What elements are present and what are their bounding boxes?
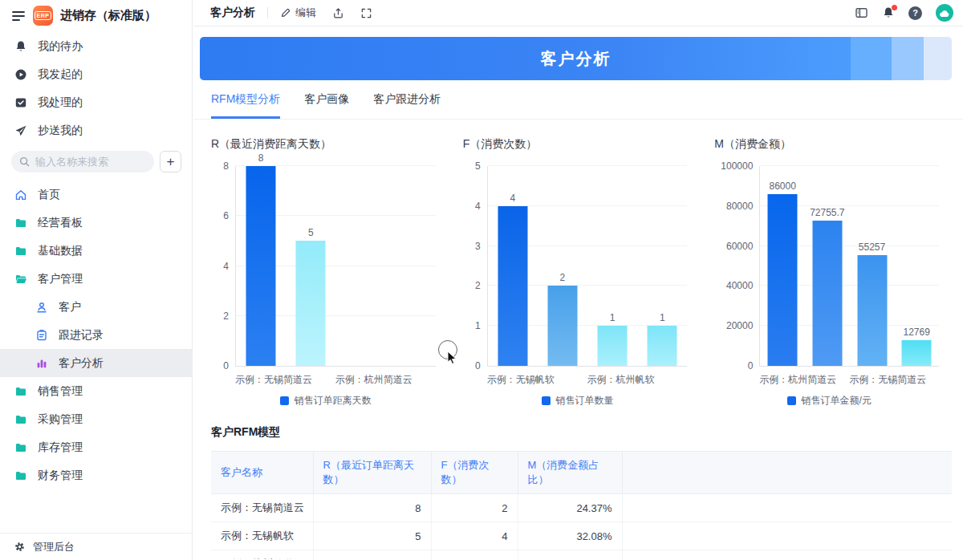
- bar[interactable]: [498, 206, 527, 366]
- cell-customer-name: 示例：无锡帆软: [211, 522, 313, 550]
- cell-r-value: -: [313, 550, 431, 560]
- user-icon: [35, 301, 48, 314]
- sidebar-item-my-processed[interactable]: 我处理的: [0, 88, 192, 116]
- x-axis-label: 示例：无锡简道云: [235, 373, 312, 386]
- sidebar-item-base-data[interactable]: 基础数据: [0, 237, 192, 265]
- cell-r-value: 8: [313, 494, 431, 522]
- x-axis-label: 示例：杭州简道云: [335, 373, 412, 386]
- help-icon[interactable]: ?: [908, 6, 922, 20]
- sidebar-item-finance-management[interactable]: 财务管理: [0, 461, 192, 489]
- legend-swatch: [787, 396, 796, 405]
- chart-legend[interactable]: 销售订单距离天数: [211, 396, 441, 406]
- sidebar-item-label: 我发起的: [38, 67, 83, 82]
- sidebar-item-business-dashboard[interactable]: 经营看板: [0, 209, 192, 237]
- search-row: 输入名称来搜索 +: [11, 151, 181, 172]
- fullscreen-icon: [360, 7, 372, 19]
- bar-slot: [335, 166, 385, 366]
- cell-filler: [622, 494, 952, 522]
- bar[interactable]: [246, 166, 276, 366]
- sidebar-item-customers[interactable]: 客户: [0, 293, 192, 321]
- bars: 4211: [488, 166, 688, 366]
- sidebar-item-label: 财务管理: [38, 469, 83, 483]
- sidebar-item-sales-management[interactable]: 销售管理: [0, 377, 192, 405]
- notifications-bell-icon[interactable]: [882, 6, 895, 19]
- y-axis-tick-label: 80000: [726, 201, 753, 211]
- x-axis-label: [836, 373, 849, 386]
- sidebar-item-customer-management[interactable]: 客户管理: [0, 265, 192, 293]
- chart-legend[interactable]: 销售订单数量: [463, 396, 693, 406]
- bar[interactable]: [857, 255, 887, 366]
- bar[interactable]: [648, 326, 677, 366]
- edit-button[interactable]: 编辑: [280, 6, 316, 20]
- bar[interactable]: [598, 326, 628, 366]
- sidebar-item-customer-analysis[interactable]: 客户分析: [0, 349, 192, 377]
- sidebar-item-inventory-management[interactable]: 库存管理: [0, 433, 192, 461]
- search-input[interactable]: 输入名称来搜索: [11, 151, 154, 172]
- chart-plot: 0200004000060000800001000008600072755.75…: [759, 166, 939, 367]
- hamburger-menu-icon[interactable]: [11, 10, 26, 22]
- bar-slot: 4: [488, 166, 538, 366]
- bar[interactable]: [768, 194, 798, 366]
- sidebar-item-home[interactable]: 首页: [0, 181, 192, 209]
- sidebar-item-my-initiated[interactable]: 我发起的: [0, 60, 192, 88]
- bar[interactable]: [547, 286, 577, 366]
- sidebar-item-label: 采购管理: [38, 412, 83, 427]
- bar[interactable]: [812, 221, 842, 366]
- app-title: 进销存（标准版）: [60, 8, 156, 23]
- tab-rfm-analysis[interactable]: RFM模型分析: [211, 80, 280, 119]
- table-title: 客户RFM模型: [211, 425, 952, 440]
- bar-value-label: 72755.7: [810, 208, 844, 217]
- legend-label: 销售订单金额/元: [802, 394, 872, 408]
- nav-list: 首页 经营看板 基础数据 客户管理 客户 跟进记录 客户分析 销售管理: [0, 181, 192, 489]
- bar-slot: [386, 166, 436, 366]
- sidebar-item-my-todo[interactable]: 我的待办: [0, 32, 192, 60]
- cell-f-value: 2: [431, 494, 518, 522]
- tab-followup-analysis[interactable]: 客户跟进分析: [373, 80, 441, 119]
- bar-slot: 72755.7: [805, 166, 850, 366]
- sidebar-item-followup-records[interactable]: 跟进记录: [0, 321, 192, 349]
- share-icon: [332, 7, 344, 19]
- bar-slot: 8: [236, 166, 286, 366]
- y-axis-tick-label: 60000: [726, 241, 753, 251]
- sidebar-item-label: 基础数据: [38, 244, 83, 258]
- bar-value-label: 2: [560, 273, 566, 282]
- table-row: 示例：无锡简道云 8 2 24.37%: [211, 494, 952, 522]
- cell-f-value: 1: [431, 550, 518, 560]
- share-button[interactable]: [332, 7, 344, 19]
- chart-legend[interactable]: 销售订单金额/元: [714, 396, 944, 406]
- cell-f-value: 4: [431, 522, 518, 550]
- tab-customer-portrait[interactable]: 客户画像: [304, 80, 349, 119]
- search-icon: [19, 156, 30, 167]
- folder-open-icon: [14, 273, 27, 286]
- avatar[interactable]: [936, 4, 953, 22]
- bars: 8600072755.75525712769: [760, 166, 939, 366]
- chart-xlabels: 示例：杭州简道云示例：无锡简道云: [759, 373, 939, 386]
- sidebar-item-cc-to-me[interactable]: 抄送我的: [0, 116, 192, 144]
- y-axis-tick-label: 2: [223, 311, 229, 321]
- admin-console-button[interactable]: 管理后台: [0, 533, 192, 560]
- chart-title: R（最近消费距离天数）: [211, 137, 441, 152]
- main-area: 客户分析 编辑 ? 客户分析 RFM模型分析: [193, 0, 963, 560]
- x-axis-label: [926, 373, 939, 386]
- fullscreen-button[interactable]: [360, 7, 372, 19]
- column-header: M（消费金额占比）: [518, 452, 622, 494]
- sidebar-item-purchase-management[interactable]: 采购管理: [0, 405, 192, 433]
- x-axis-label: 示例：杭州简道云: [759, 373, 836, 386]
- bar-value-label: 4: [510, 193, 515, 203]
- sidebar-item-label: 客户: [59, 300, 81, 314]
- search-placeholder: 输入名称来搜索: [35, 155, 108, 169]
- y-axis-tick-label: 4: [223, 262, 229, 271]
- gear-icon: [14, 541, 26, 553]
- add-button[interactable]: +: [160, 151, 181, 172]
- x-axis-label: 示例：无锡简道云: [849, 373, 926, 386]
- bar[interactable]: [902, 340, 932, 366]
- y-axis-tick-label: 0: [748, 361, 754, 371]
- folder-icon: [14, 469, 27, 482]
- sidebar-item-label: 抄送我的: [38, 124, 83, 138]
- sidebar-item-label: 我的待办: [38, 39, 83, 54]
- sidebar-item-label: 库存管理: [38, 440, 83, 455]
- bar[interactable]: [296, 241, 326, 366]
- sidebar: ERP 进销存（标准版） 我的待办 我发起的 我处理的 抄送我的 输入名称来搜索…: [0, 0, 193, 560]
- y-axis-tick-label: 1: [475, 321, 481, 331]
- panel-toggle-icon[interactable]: [855, 6, 868, 19]
